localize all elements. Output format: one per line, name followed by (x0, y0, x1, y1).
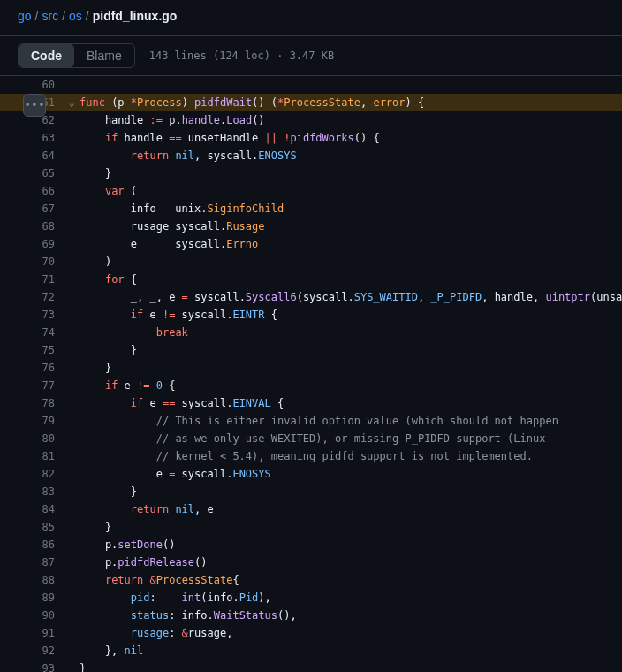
code-line[interactable]: 88 return &ProcessState{ (0, 571, 622, 589)
gutter-spacer (0, 536, 27, 554)
line-number[interactable]: 60 (27, 76, 64, 94)
line-actions-button[interactable]: ••• (23, 94, 46, 117)
code-line[interactable]: 67 info unix.SiginfoChild (0, 200, 622, 218)
breadcrumb-link[interactable]: os (69, 9, 82, 23)
code-line[interactable]: 75 } (0, 341, 622, 359)
code-line[interactable]: 78 if e == syscall.EINVAL { (0, 394, 622, 412)
code-line[interactable]: 89 pid: int(info.Pid), (0, 589, 622, 607)
fold-toggle (64, 607, 80, 624)
code-content: } (80, 341, 622, 359)
code-content: ) (80, 253, 622, 271)
code-line[interactable]: 79 // This is either invalid option valu… (0, 412, 622, 430)
line-number[interactable]: 81 (27, 447, 64, 465)
code-line[interactable]: 83 } (0, 483, 622, 500)
code-line[interactable]: 60 (0, 76, 622, 94)
line-number[interactable]: 80 (27, 430, 64, 447)
line-number[interactable]: 63 (27, 129, 64, 147)
line-number[interactable]: 88 (27, 571, 64, 589)
fold-toggle[interactable]: ⌄ (64, 94, 80, 111)
line-number[interactable]: 89 (27, 589, 64, 607)
code-line[interactable]: 77 if e != 0 { (0, 377, 622, 394)
line-number[interactable]: 74 (27, 324, 64, 341)
code-line[interactable]: 61⌄func (p *Process) pidfdWait() (*Proce… (0, 94, 622, 111)
code-line[interactable]: 74 break (0, 324, 622, 341)
code-line[interactable]: 70 ) (0, 253, 622, 271)
line-number[interactable]: 83 (27, 483, 64, 500)
code-content: } (80, 359, 622, 377)
gutter-spacer (0, 589, 27, 607)
line-number[interactable]: 92 (27, 642, 64, 660)
line-number[interactable]: 70 (27, 253, 64, 271)
code-line[interactable]: 82 e = syscall.ENOSYS (0, 465, 622, 483)
fold-toggle (64, 218, 80, 235)
line-number[interactable]: 72 (27, 288, 64, 306)
code-content: // as we only use WEXITED), or missing P… (80, 430, 622, 447)
code-line[interactable]: 93} (0, 660, 622, 672)
code-line[interactable]: 80 // as we only use WEXITED), or missin… (0, 430, 622, 447)
line-number[interactable]: 93 (27, 660, 64, 672)
code-line[interactable]: 84 return nil, e (0, 500, 622, 518)
code-line[interactable]: 64 return nil, syscall.ENOSYS (0, 147, 622, 164)
line-number[interactable]: 75 (27, 341, 64, 359)
code-line[interactable]: 62 handle := p.handle.Load() (0, 111, 622, 129)
code-line[interactable]: 90 status: info.WaitStatus(), (0, 607, 622, 624)
code-content: if e != syscall.EINTR { (80, 306, 622, 324)
code-content: if e == syscall.EINVAL { (80, 394, 622, 412)
line-number[interactable]: 77 (27, 377, 64, 394)
line-number[interactable]: 85 (27, 518, 64, 536)
line-number[interactable]: 69 (27, 235, 64, 253)
blame-tab[interactable]: Blame (74, 44, 134, 67)
code-line[interactable]: 86 p.setDone() (0, 536, 622, 554)
line-number[interactable]: 76 (27, 359, 64, 377)
code-line[interactable]: 66 var ( (0, 182, 622, 200)
code-line[interactable]: 63 if handle == unsetHandle || !pidfdWor… (0, 129, 622, 147)
line-number[interactable]: 91 (27, 624, 64, 642)
code-line[interactable]: 76 } (0, 359, 622, 377)
line-number[interactable]: 64 (27, 147, 64, 164)
line-number[interactable]: 86 (27, 536, 64, 554)
gutter-spacer (0, 571, 27, 589)
line-number[interactable]: 90 (27, 607, 64, 624)
line-number[interactable]: 65 (27, 164, 64, 182)
fold-toggle (64, 111, 80, 129)
line-number[interactable]: 71 (27, 271, 64, 288)
breadcrumb: go/src/os/pidfd_linux.go (0, 0, 622, 30)
line-number[interactable]: 73 (27, 306, 64, 324)
gutter-spacer (0, 253, 27, 271)
gutter-spacer (0, 147, 27, 164)
code-line[interactable]: 68 rusage syscall.Rusage (0, 218, 622, 235)
fold-toggle (64, 235, 80, 253)
code-line[interactable]: 71 for { (0, 271, 622, 288)
line-number[interactable]: 78 (27, 394, 64, 412)
line-number[interactable]: 68 (27, 218, 64, 235)
code-line[interactable]: 81 // kernel < 5.4), meaning pidfd suppo… (0, 447, 622, 465)
breadcrumb-link[interactable]: src (42, 9, 58, 23)
code-line[interactable]: 72 _, _, e = syscall.Syscall6(syscall.SY… (0, 288, 622, 306)
code-line[interactable]: 92 }, nil (0, 642, 622, 660)
gutter-spacer (0, 500, 27, 518)
code-line[interactable]: 87 p.pidfdRelease() (0, 554, 622, 571)
gutter-spacer (0, 271, 27, 288)
breadcrumb-sep: / (86, 9, 89, 23)
line-number[interactable]: 84 (27, 500, 64, 518)
gutter-spacer (0, 660, 27, 672)
code-content (80, 76, 622, 94)
gutter-spacer (0, 430, 27, 447)
code-line[interactable]: 69 e syscall.Errno (0, 235, 622, 253)
line-number[interactable]: 66 (27, 182, 64, 200)
code-line[interactable]: 91 rusage: &rusage, (0, 624, 622, 642)
line-number[interactable]: 67 (27, 200, 64, 218)
breadcrumb-link[interactable]: go (18, 9, 32, 23)
line-number[interactable]: 79 (27, 412, 64, 430)
code-tab[interactable]: Code (19, 44, 74, 67)
fold-toggle (64, 341, 80, 359)
gutter-spacer (0, 624, 27, 642)
line-number[interactable]: 87 (27, 554, 64, 571)
fold-toggle (64, 129, 80, 147)
line-number[interactable]: 82 (27, 465, 64, 483)
code-line[interactable]: 65 } (0, 164, 622, 182)
code-line[interactable]: 73 if e != syscall.EINTR { (0, 306, 622, 324)
code-line[interactable]: 85 } (0, 518, 622, 536)
gutter-spacer (0, 642, 27, 660)
file-meta: 143 lines (124 loc) · 3.47 KB (149, 50, 335, 62)
